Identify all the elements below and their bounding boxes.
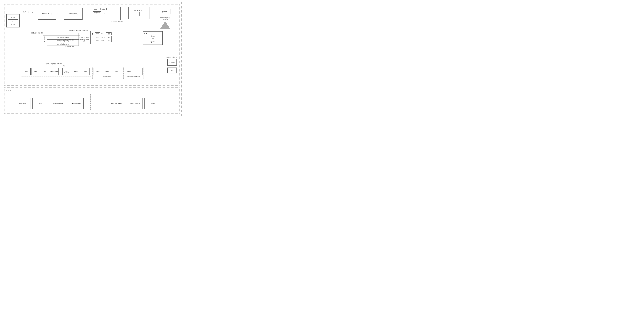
op-box: OP运维 bbox=[144, 98, 160, 109]
member-box: 会员 bbox=[95, 36, 100, 39]
feign-arrow-3: Feign ↔ bbox=[101, 40, 106, 42]
redis-box-3: redis bbox=[41, 68, 49, 75]
prometheus-label: Prometheus bbox=[134, 10, 144, 11]
service-rows: 用户 Feign ↔ 订单 会员 F bbox=[95, 32, 139, 43]
task-label: 任务调度、对象存储 bbox=[166, 56, 176, 58]
service-reg-label: 服务注册、服务发现 bbox=[31, 32, 43, 34]
webflux-label: webflux网关 bbox=[44, 36, 46, 46]
docker-box: docker镜像仓库 bbox=[50, 98, 66, 109]
nginx-arrow: ← bbox=[20, 25, 22, 27]
monitor-prom-arrow: → bbox=[121, 13, 122, 15]
es-box: ES bbox=[144, 38, 162, 40]
triangle-shape bbox=[160, 21, 170, 29]
nacos-reg-box: nacos注册中心 bbox=[38, 8, 56, 20]
dynamic-config-label: 动态配置、配置隔离、配置回滚 bbox=[70, 30, 88, 32]
monitor-alert-label: 监控报警、链路追踪 bbox=[112, 21, 123, 23]
rabbit-box-1: rabbit bbox=[94, 68, 102, 75]
shard-label: 全文检索 ElasticSearch bbox=[125, 76, 142, 78]
outer-border: nginx nginx nginx ← 监控中心 ← nacos注册中心 ↔ bbox=[2, 2, 182, 116]
jiankong-box: 监控中心 bbox=[21, 9, 31, 14]
zipkin-box: zipkin bbox=[102, 12, 108, 14]
prom-sq-1 bbox=[134, 12, 138, 17]
service-row-2: 会员 Feign ↔ 库存 bbox=[95, 36, 139, 39]
prometheus-inner: Prometheus bbox=[134, 10, 144, 17]
shard-box-2 bbox=[134, 68, 142, 75]
user-box: 用户 bbox=[95, 33, 100, 35]
logstash-box: logStash bbox=[144, 41, 162, 43]
service-row-3: 积分 Feign ↔ 用户 bbox=[95, 39, 139, 42]
elk-title: ELK bbox=[144, 33, 162, 34]
db-section: redis redis redis sentinel+shard mysql (… bbox=[21, 67, 176, 79]
service-cluster-layout: 业务 服务 群 用户 Feign ↔ 订单 bbox=[92, 32, 139, 43]
shard-boxes: shard bbox=[125, 68, 142, 75]
shard-group: shard 全文检索 ElasticSearch bbox=[124, 67, 144, 79]
sleuth-box: sleuth bbox=[93, 8, 99, 10]
sentinel-shard-box: sentinel+shard bbox=[50, 68, 58, 75]
cicd-left: developer gitlab docker镜像仓库 kubernetes A… bbox=[8, 94, 90, 110]
bottom-section: CI/CD developer gitlab docker镜像仓库 kubern… bbox=[4, 87, 180, 114]
nginx-box-1: nginx bbox=[8, 16, 18, 19]
redis-boxes: redis redis redis sentinel+shard bbox=[22, 68, 58, 75]
prom-sq-2 bbox=[140, 12, 144, 17]
ribbon-box: Ribbon负载 均衡 bbox=[63, 39, 76, 41]
order-box: 订单 bbox=[106, 33, 112, 35]
auth-label: 认证授权、动态路由、令牌限流 bbox=[44, 63, 62, 65]
gitlab-box: gitlab bbox=[32, 98, 48, 109]
cicd-left-boxes: developer gitlab docker镜像仓库 kubernetes A… bbox=[9, 98, 89, 109]
rabbit-box-2: rabbit bbox=[103, 68, 112, 75]
rabbit-group: rabbit rabbit rabbit rabbit镜像队列 bbox=[92, 67, 122, 79]
biz-cluster-label: 业务 服务 群 bbox=[92, 32, 94, 43]
user2-box: 用户 bbox=[106, 39, 112, 42]
service-row-1: 用户 Feign ↔ 订单 bbox=[95, 33, 139, 35]
kibana-box: Kibana bbox=[144, 35, 162, 37]
top-inner: nginx nginx nginx ← 监控中心 ← nacos注册中心 ↔ bbox=[6, 7, 177, 83]
top-section: nginx nginx nginx ← 监控中心 ← nacos注册中心 ↔ bbox=[4, 4, 180, 86]
task-mgmt-box: 任务管理 bbox=[168, 59, 176, 66]
mysql-group: mysql (master) mysql mysql bbox=[61, 67, 91, 76]
points-box: 积分 bbox=[95, 39, 100, 42]
nacos-arrow: ↔ bbox=[57, 12, 58, 14]
feign-label-3: Feign bbox=[101, 40, 104, 41]
oauth-box: OAuth2.0 认证中心 springsecurity权限控制 bbox=[78, 33, 90, 46]
jenkins-box: Jenkins Pipeline bbox=[127, 98, 142, 109]
db-row: redis redis redis sentinel+shard mysql (… bbox=[21, 67, 176, 79]
feign-arrow-2: Feign ↔ bbox=[101, 37, 106, 38]
developer-box: developer bbox=[15, 98, 30, 109]
nginx-box-2: nginx bbox=[8, 20, 18, 22]
metics-box: metics bbox=[100, 8, 106, 10]
elk-box: ELK Kibana ES logStash bbox=[143, 31, 162, 45]
service-trace-box: 服务追踪 bbox=[93, 12, 101, 14]
redis-box-2: redis bbox=[31, 68, 40, 75]
rabbit-boxes: rabbit rabbit rabbit bbox=[94, 68, 121, 75]
monitor-top: sleuth metics bbox=[92, 7, 120, 11]
shard-box-1: shard bbox=[125, 68, 133, 75]
oauth-service-arrow: → bbox=[90, 38, 92, 40]
prom-squares bbox=[134, 12, 144, 17]
rabbit-box-3: rabbit bbox=[112, 68, 121, 75]
cicd-right-boxes: K8s UAT，PROD Jenkins Pipeline OP运维 bbox=[94, 98, 174, 109]
sentinel-box: Sentinel熔断 降级 bbox=[63, 45, 76, 48]
triangle-container bbox=[160, 21, 170, 29]
rabbit-label: rabbit镜像队列 bbox=[94, 76, 121, 78]
gateway-oauth-arrow: ↔ bbox=[81, 33, 83, 35]
jiankong-arrow: ← bbox=[32, 12, 34, 13]
feign-arrow-1: Feign ↔ bbox=[101, 33, 106, 35]
feign-label-1: Feign bbox=[101, 33, 104, 35]
gw-box-1: springcloud getaway bbox=[47, 36, 79, 39]
feign-label-2: Feign bbox=[101, 37, 104, 38]
cicd-main-label: CI/CD bbox=[6, 90, 177, 92]
alert-area: alertmanager报信邮件报警 bbox=[156, 17, 174, 29]
grafana-box: grafana bbox=[159, 9, 170, 14]
gw-box-3: springcloud getaway bbox=[47, 43, 79, 46]
alertmanager-label: alertmanager报信邮件报警 bbox=[156, 17, 174, 21]
monitor-bottom: 服务追踪 zipkin bbox=[92, 11, 120, 15]
k8s-uat-box: K8s UAT，PROD bbox=[109, 98, 125, 109]
service-cluster: 业务 服务 群 用户 Feign ↔ 订单 bbox=[90, 31, 140, 44]
redis-group: redis redis redis sentinel+shard bbox=[21, 67, 60, 76]
redis-box-1: redis bbox=[22, 68, 30, 75]
mysql-master-box: mysql (master) bbox=[62, 68, 71, 75]
prometheus-box: Prometheus bbox=[128, 7, 150, 19]
cicd-right: K8s UAT，PROD Jenkins Pipeline OP运维 bbox=[93, 94, 176, 110]
page-container: nginx nginx nginx ← 监控中心 ← nacos注册中心 ↔ bbox=[0, 0, 184, 118]
nacos-cfg-box: nacos配置中心 bbox=[64, 8, 82, 20]
